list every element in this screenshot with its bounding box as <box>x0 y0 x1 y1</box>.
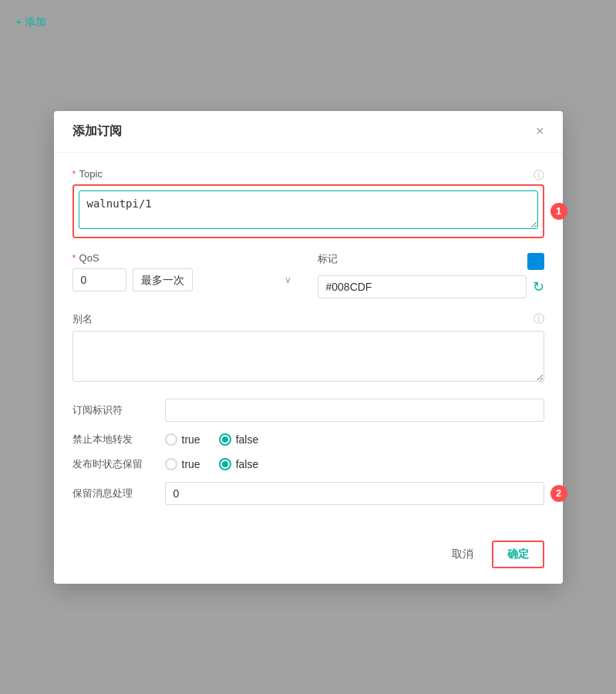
mark-section: 标记 ↻ <box>318 252 544 298</box>
topic-input-wrapper <box>72 184 544 238</box>
retain-published-true-option[interactable]: true <box>165 458 200 470</box>
confirm-button[interactable]: 确定 <box>495 544 541 565</box>
retain-as-published-row: 发布时状态保留 true false <box>72 457 544 471</box>
qos-required-star: * <box>72 252 76 264</box>
mark-input-row: ↻ <box>318 275 544 298</box>
close-button[interactable]: × <box>536 124 544 138</box>
mark-refresh-button[interactable]: ↻ <box>533 278 544 295</box>
retain-annotation-badge: 2 <box>550 485 567 502</box>
retain-handling-row: 保留消息处理 2 <box>72 482 544 505</box>
alias-section: 别名 ⓘ ⌟ <box>72 312 544 385</box>
modal-footer: 取消 确定 <box>54 531 563 584</box>
topic-highlight-wrapper: 1 <box>72 184 544 238</box>
no-local-true-option[interactable]: true <box>165 433 200 446</box>
retain-published-true-radio[interactable] <box>165 458 177 470</box>
color-swatch[interactable] <box>527 253 544 270</box>
qos-label: * QoS <box>72 252 299 264</box>
retain-published-false-radio[interactable] <box>219 458 231 470</box>
add-subscription-modal: 添加订阅 × * Topic ⓘ 1 <box>54 111 563 584</box>
no-local-true-radio[interactable] <box>165 433 177 446</box>
retain-handling-input[interactable] <box>165 482 544 505</box>
confirm-button-wrapper: 确定 <box>492 541 544 568</box>
qos-input-row: 最多一次 至少一次 只有一次 <box>72 268 299 291</box>
topic-label: * Topic <box>72 168 103 180</box>
no-local-options: true false <box>165 433 259 446</box>
cancel-button[interactable]: 取消 <box>443 543 483 566</box>
no-local-row: 禁止本地转发 true false <box>72 433 544 446</box>
no-local-false-radio[interactable] <box>219 433 231 446</box>
modal-body: * Topic ⓘ 1 * QoS <box>54 153 563 531</box>
retain-published-false-option[interactable]: false <box>219 458 259 470</box>
retain-as-published-options: true false <box>165 458 259 470</box>
retain-handling-input-wrap: 2 <box>165 482 544 505</box>
topic-required-star: * <box>72 168 76 180</box>
no-local-false-radio-inner <box>222 436 228 443</box>
qos-select-wrapper: 最多一次 至少一次 只有一次 <box>133 268 299 291</box>
qos-section: * QoS 最多一次 至少一次 只有一次 <box>72 252 299 291</box>
alias-info-icon[interactable]: ⓘ <box>534 312 544 326</box>
mark-label: 标记 <box>318 252 338 266</box>
retain-published-false-radio-inner <box>222 461 228 467</box>
subscription-id-row: 订阅标识符 <box>72 399 544 422</box>
topic-field-row: * Topic ⓘ 1 <box>72 168 544 238</box>
retain-handling-label: 保留消息处理 <box>72 487 165 500</box>
retain-as-published-label: 发布时状态保留 <box>72 457 165 471</box>
qos-select[interactable]: 最多一次 至少一次 只有一次 <box>133 268 193 291</box>
topic-info-icon[interactable]: ⓘ <box>534 169 544 183</box>
alias-label: 别名 <box>72 312 93 326</box>
modal-header: 添加订阅 × <box>54 111 563 153</box>
alias-textarea[interactable] <box>72 331 544 382</box>
add-button[interactable]: + 添加 <box>15 15 46 29</box>
mark-label-row: 标记 <box>318 252 544 271</box>
no-local-label: 禁止本地转发 <box>72 433 165 446</box>
modal-title: 添加订阅 <box>72 123 122 140</box>
alias-label-row: 别名 ⓘ <box>72 312 544 326</box>
mark-text-input[interactable] <box>318 275 527 298</box>
qos-number-input[interactable] <box>72 268 126 291</box>
subscription-id-input[interactable] <box>165 399 544 422</box>
alias-input-wrapper: ⌟ <box>72 331 544 385</box>
qos-mark-row: * QoS 最多一次 至少一次 只有一次 <box>72 252 544 298</box>
subscription-id-label: 订阅标识符 <box>72 403 165 417</box>
no-local-false-option[interactable]: false <box>219 433 259 446</box>
topic-annotation-badge: 1 <box>550 203 567 220</box>
topic-input[interactable] <box>79 190 538 229</box>
topic-label-row: * Topic ⓘ <box>72 168 544 184</box>
